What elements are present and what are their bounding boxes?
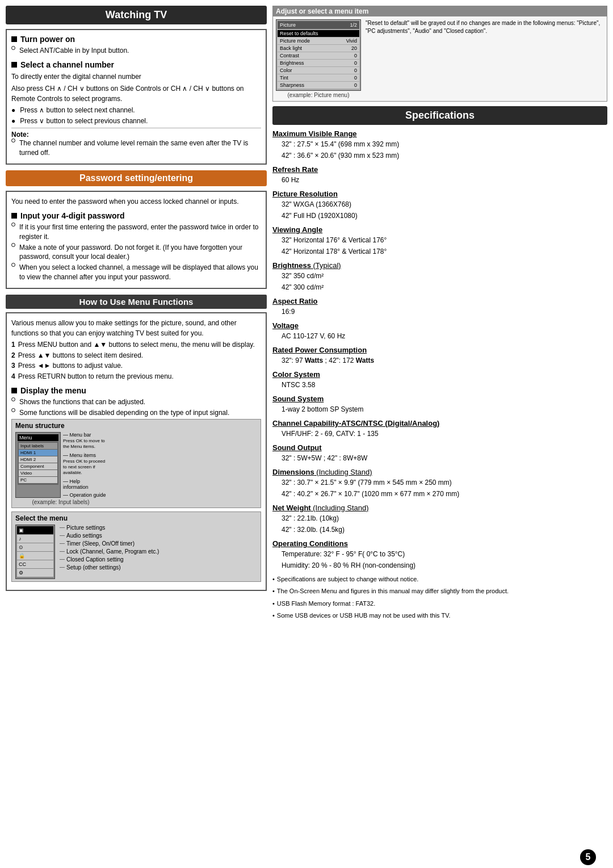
circle-bullet-pw3 bbox=[11, 263, 15, 267]
footer-notes: • Specifications are subject to change w… bbox=[272, 575, 607, 620]
step1-text: Press MENU button and ▲▼ buttons to sele… bbox=[18, 340, 255, 350]
right-column: Adjust or select a menu item Picture 1/2… bbox=[272, 6, 607, 620]
spec-refresh-label: Refresh Rate bbox=[272, 165, 607, 174]
picture-menu-container: Picture 1/2 Reset to defaults Picture mo… bbox=[276, 19, 361, 98]
menu-structure-box: Menu structure Menu Input labels H bbox=[11, 419, 261, 508]
spec-max-visible-32: 32" : 27.5" × 15.4" (698 mm x 392 mm) bbox=[282, 139, 607, 149]
spec-sound-output-value: 32" : 5W+5W ; 42" : 8W+8W bbox=[282, 453, 607, 463]
left-column: Watching TV Turn power on Select ANT/Cab… bbox=[6, 6, 267, 620]
spec-refresh-value: 60 Hz bbox=[282, 175, 607, 185]
adjust-inner: Picture 1/2 Reset to defaults Picture mo… bbox=[276, 19, 604, 98]
square-bullet-display bbox=[11, 388, 17, 393]
watching-tv-header: Watching TV bbox=[6, 6, 267, 24]
picture-menu-mode: Picture mode Vivid bbox=[278, 37, 359, 44]
spec-resolution-label: Picture Resolution bbox=[272, 190, 607, 198]
picture-menu-color: Color 0 bbox=[278, 67, 359, 74]
label-timer: — Timer (Sleep, On/Off timer) bbox=[60, 540, 257, 547]
channel-body2: Also press CH ∧ / CH ∨ buttons on Side C… bbox=[11, 83, 261, 104]
spec-rated-power-mid: ; 42": 172 bbox=[323, 357, 356, 364]
spec-resolution-42: 42" Full HD (1920X1080) bbox=[282, 211, 607, 221]
label-lock: — Lock (Channel, Game, Program etc.) bbox=[60, 548, 257, 555]
footer-note-0: • Specifications are subject to change w… bbox=[272, 575, 607, 584]
menu-icon-cc: CC bbox=[17, 560, 53, 568]
square-bullet-pw bbox=[11, 213, 17, 219]
menu-row-menu: Menu bbox=[18, 434, 58, 441]
spec-operating-temp: Temperature: 32° F - 95° F( 0°C to 35°C) bbox=[282, 549, 607, 559]
spec-dimensions-32: 32" : 30.7" × 21.5" × 9.9" (779 mm × 545… bbox=[282, 477, 607, 488]
spec-rated-power-label: Rated Power Consumption bbox=[272, 346, 607, 354]
menu-row-hdmi1: Input labels bbox=[19, 443, 57, 449]
picture-menu-contrast: Contrast 0 bbox=[278, 52, 359, 59]
spec-max-visible-label: Maximum Visible Range bbox=[272, 129, 607, 138]
spec-net-weight-42: 42" : 32.0lb. (14.5kg) bbox=[282, 525, 607, 535]
adjust-box: Adjust or select a menu item Picture 1/2… bbox=[272, 6, 607, 102]
label-audio: — Audio settings bbox=[60, 532, 257, 539]
menu-struct-example: (example: Input labels) bbox=[15, 499, 106, 505]
step2-text: Press ▲▼ buttons to select item desired. bbox=[18, 351, 144, 360]
spec-net-weight-label: Net Weight (Including Stand) bbox=[272, 504, 607, 512]
turn-power-bullet1: Select ANT/Cable in by Input button. bbox=[11, 46, 261, 56]
menu-icon-audio: ♪ bbox=[17, 535, 53, 543]
howto-content: Various menus allow you to make settings… bbox=[6, 312, 267, 591]
annotation-menubar: — Menu bar Press OK to move to the Menu … bbox=[63, 432, 106, 449]
page-wrapper: Watching TV Turn power on Select ANT/Cab… bbox=[6, 6, 607, 868]
step4: 4 Press RETURN button to return the prev… bbox=[11, 372, 261, 381]
menu-row-pc: PC bbox=[19, 477, 57, 483]
spec-rated-watts2: Watts bbox=[356, 357, 374, 364]
input-password-title: Input your 4-digit password bbox=[11, 211, 261, 220]
turn-power-on-title: Turn power on bbox=[11, 35, 261, 44]
picture-menu-reset: Reset to defaults bbox=[278, 30, 359, 37]
step4-text: Press RETURN button to return the previo… bbox=[18, 372, 174, 381]
spec-voltage-label: Voltage bbox=[272, 321, 607, 330]
menu-struct-title: Menu structure bbox=[15, 422, 257, 430]
label-setup: — Setup (other settings) bbox=[60, 564, 257, 571]
spec-sound-system-label: Sound System bbox=[272, 395, 607, 403]
circle-bullet-disp2 bbox=[11, 408, 15, 412]
display-bullet1: Shows the functions that can be adjusted… bbox=[11, 397, 261, 407]
channel-bullet1: ● Press ∧ button to select next channel. bbox=[11, 106, 261, 115]
step2: 2 Press ▲▼ buttons to select item desire… bbox=[11, 351, 261, 360]
spec-color-system-label: Color System bbox=[272, 370, 607, 379]
menu-row-component: Component bbox=[19, 463, 57, 469]
menu-row-video: Video bbox=[19, 470, 57, 476]
annotation-menuitems: — Menu items Press OK to proceed to next… bbox=[63, 452, 106, 475]
note-bullet1: The channel number and volume level rema… bbox=[11, 139, 261, 158]
spec-resolution-32: 32" WXGA (1366X768) bbox=[282, 199, 607, 209]
spec-brightness-label: Brightness (Typical) bbox=[272, 261, 607, 270]
menu-screen: Menu Input labels HDMI 1 HDMI 2 Componen… bbox=[15, 432, 61, 498]
channel-bullet2: ● Press ∨ button to select previous chan… bbox=[11, 116, 261, 126]
dot-note1: • bbox=[272, 587, 275, 596]
picture-menu-sharpness: Sharpness 0 bbox=[278, 82, 359, 89]
specs-header: Specifications bbox=[272, 106, 607, 125]
pw-bullet1: If it is your first time entering the pa… bbox=[11, 223, 261, 242]
spec-sound-output-label: Sound Output bbox=[272, 443, 607, 452]
howto-body1: Various menus allow you to make settings… bbox=[11, 318, 261, 338]
picture-menu-tint: Tint 0 bbox=[278, 74, 359, 81]
annotation-opguide: — Operation guide bbox=[63, 492, 106, 498]
spec-channel-value: VHF/UHF: 2 - 69, CATV: 1 - 135 bbox=[282, 429, 607, 439]
picture-menu-backlight: Back light 20 bbox=[278, 45, 359, 52]
menu-icon-timer: ⊙ bbox=[17, 543, 53, 551]
password-content: You need to enter the password when you … bbox=[6, 191, 267, 289]
picture-menu-brightness: Brightness 0 bbox=[278, 60, 359, 66]
spec-dimensions-42: 42" : 40.2" × 26.7" × 10.7" (1020 mm × 6… bbox=[282, 489, 607, 499]
password-section: Password setting/entering You need to en… bbox=[6, 170, 267, 289]
password-header: Password setting/entering bbox=[6, 170, 267, 186]
step3: 3 Press ◄► buttons to adjust value. bbox=[11, 361, 261, 371]
spec-viewing-42: 42" Horizontal 178° & Vertical 178° bbox=[282, 246, 607, 257]
step1: 1 Press MENU button and ▲▼ buttons to se… bbox=[11, 340, 261, 350]
footer-note-2: • USB Flash Memory format : FAT32. bbox=[272, 599, 607, 608]
spec-brightness-42: 42" 300 cd/m² bbox=[282, 282, 607, 292]
spec-color-system-value: NTSC 3.58 bbox=[282, 380, 607, 390]
spec-aspect-label: Aspect Ratio bbox=[272, 297, 607, 305]
watching-tv-content: Turn power on Select ANT/Cable in by Inp… bbox=[6, 29, 267, 165]
menu-row-hdmi1-item: HDMI 1 bbox=[19, 450, 57, 456]
spec-rated-watts1: Watts bbox=[305, 357, 323, 364]
spec-brightness-32: 32" 350 cd/m² bbox=[282, 271, 607, 281]
dot-bullet-icon2: ● bbox=[11, 116, 15, 126]
specifications-section: Specifications Maximum Visible Range 32"… bbox=[272, 106, 607, 620]
spec-rated-power-value: 32": 97 Watts ; 42": 172 Watts bbox=[282, 355, 607, 366]
page-number: 5 bbox=[580, 849, 596, 865]
channel-body1: To directly enter the digital channel nu… bbox=[11, 72, 261, 82]
square-bullet-icon bbox=[11, 36, 17, 42]
